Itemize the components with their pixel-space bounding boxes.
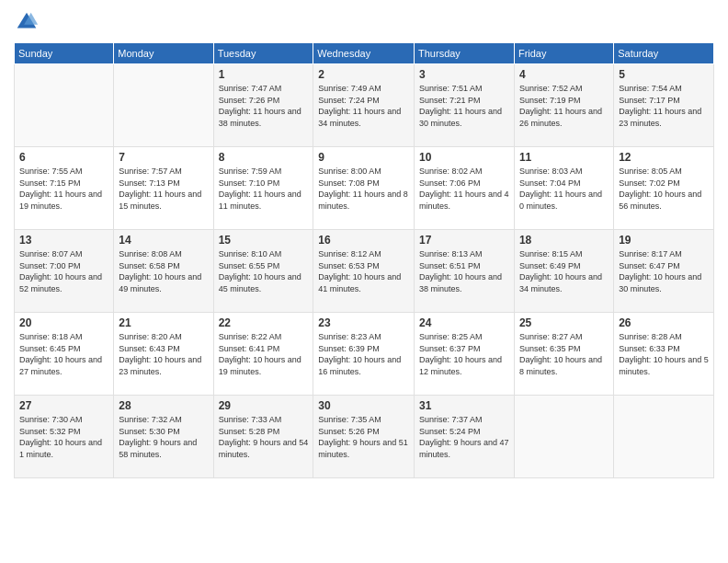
day-cell: 17Sunrise: 8:13 AMSunset: 6:51 PMDayligh… [415,230,515,313]
day-cell: 25Sunrise: 8:27 AMSunset: 6:35 PMDayligh… [514,313,613,396]
day-cell: 26Sunrise: 8:28 AMSunset: 6:33 PMDayligh… [614,313,714,396]
day-cell: 19Sunrise: 8:17 AMSunset: 6:47 PMDayligh… [614,230,714,313]
day-cell: 5Sunrise: 7:54 AMSunset: 7:17 PMDaylight… [614,64,714,147]
day-number: 29 [219,399,309,412]
header-saturday: Saturday [614,43,714,64]
day-cell: 1Sunrise: 7:47 AMSunset: 7:26 PMDaylight… [213,64,313,147]
day-number: 14 [119,234,208,247]
day-number: 18 [519,234,609,247]
day-cell: 20Sunrise: 8:18 AMSunset: 6:45 PMDayligh… [15,313,114,396]
day-cell: 16Sunrise: 8:12 AMSunset: 6:53 PMDayligh… [313,230,415,313]
header-monday: Monday [114,43,213,64]
day-cell: 31Sunrise: 7:37 AMSunset: 5:24 PMDayligh… [415,396,515,478]
day-number: 10 [419,151,509,164]
day-cell [614,396,714,478]
day-number: 4 [519,68,609,81]
day-info: Sunrise: 7:57 AMSunset: 7:13 PMDaylight:… [119,166,208,212]
day-number: 15 [219,234,309,247]
logo-icon [14,9,40,35]
day-info: Sunrise: 7:51 AMSunset: 7:21 PMDaylight:… [419,83,509,129]
day-cell: 11Sunrise: 8:03 AMSunset: 7:04 PMDayligh… [514,147,613,230]
day-cell: 28Sunrise: 7:32 AMSunset: 5:30 PMDayligh… [114,396,213,478]
day-cell: 23Sunrise: 8:23 AMSunset: 6:39 PMDayligh… [313,313,415,396]
day-info: Sunrise: 8:23 AMSunset: 6:39 PMDaylight:… [318,331,409,377]
day-number: 11 [519,151,609,164]
week-row-4: 27Sunrise: 7:30 AMSunset: 5:32 PMDayligh… [15,396,714,478]
day-info: Sunrise: 7:37 AMSunset: 5:24 PMDaylight:… [419,414,509,460]
day-info: Sunrise: 8:05 AMSunset: 7:02 PMDaylight:… [619,166,709,212]
day-cell [114,64,213,147]
day-cell: 4Sunrise: 7:52 AMSunset: 7:19 PMDaylight… [514,64,613,147]
day-cell: 2Sunrise: 7:49 AMSunset: 7:24 PMDaylight… [313,64,415,147]
week-row-3: 20Sunrise: 8:18 AMSunset: 6:45 PMDayligh… [15,313,714,396]
day-info: Sunrise: 7:52 AMSunset: 7:19 PMDaylight:… [519,83,609,129]
week-row-0: 1Sunrise: 7:47 AMSunset: 7:26 PMDaylight… [15,64,714,147]
day-cell [15,64,114,147]
day-number: 7 [119,151,208,164]
day-number: 31 [419,399,509,412]
day-info: Sunrise: 8:03 AMSunset: 7:04 PMDaylight:… [519,166,609,212]
day-number: 13 [19,234,108,247]
day-info: Sunrise: 7:55 AMSunset: 7:15 PMDaylight:… [19,166,108,212]
day-info: Sunrise: 8:10 AMSunset: 6:55 PMDaylight:… [219,248,309,294]
day-cell: 3Sunrise: 7:51 AMSunset: 7:21 PMDaylight… [415,64,515,147]
day-number: 26 [619,316,709,329]
day-number: 12 [619,151,709,164]
day-info: Sunrise: 7:32 AMSunset: 5:30 PMDaylight:… [119,414,208,460]
day-number: 9 [318,151,409,164]
day-info: Sunrise: 8:15 AMSunset: 6:49 PMDaylight:… [519,248,609,294]
day-info: Sunrise: 8:12 AMSunset: 6:53 PMDaylight:… [318,248,409,294]
header-row: SundayMondayTuesdayWednesdayThursdayFrid… [15,43,714,64]
day-cell: 29Sunrise: 7:33 AMSunset: 5:28 PMDayligh… [213,396,313,478]
day-cell [514,396,613,478]
day-info: Sunrise: 7:35 AMSunset: 5:26 PMDaylight:… [318,414,409,460]
day-info: Sunrise: 8:13 AMSunset: 6:51 PMDaylight:… [419,248,509,294]
day-cell: 9Sunrise: 8:00 AMSunset: 7:08 PMDaylight… [313,147,415,230]
header-sunday: Sunday [15,43,114,64]
calendar-table: SundayMondayTuesdayWednesdayThursdayFrid… [14,42,714,478]
calendar-body: 1Sunrise: 7:47 AMSunset: 7:26 PMDaylight… [15,64,714,478]
day-info: Sunrise: 8:28 AMSunset: 6:33 PMDaylight:… [619,331,709,377]
day-number: 20 [19,316,108,329]
day-info: Sunrise: 7:47 AMSunset: 7:26 PMDaylight:… [219,83,309,129]
header-wednesday: Wednesday [313,43,415,64]
day-info: Sunrise: 8:00 AMSunset: 7:08 PMDaylight:… [318,166,409,212]
day-info: Sunrise: 8:02 AMSunset: 7:06 PMDaylight:… [419,166,509,212]
day-number: 25 [519,316,609,329]
day-info: Sunrise: 7:33 AMSunset: 5:28 PMDaylight:… [219,414,309,460]
day-info: Sunrise: 7:49 AMSunset: 7:24 PMDaylight:… [318,83,409,129]
day-number: 6 [19,151,108,164]
day-number: 30 [318,399,409,412]
day-number: 2 [318,68,409,81]
day-info: Sunrise: 7:59 AMSunset: 7:10 PMDaylight:… [219,166,309,212]
day-info: Sunrise: 8:22 AMSunset: 6:41 PMDaylight:… [219,331,309,377]
day-number: 23 [318,316,409,329]
day-cell: 6Sunrise: 7:55 AMSunset: 7:15 PMDaylight… [15,147,114,230]
day-info: Sunrise: 8:07 AMSunset: 7:00 PMDaylight:… [19,248,108,294]
day-cell: 21Sunrise: 8:20 AMSunset: 6:43 PMDayligh… [114,313,213,396]
week-row-1: 6Sunrise: 7:55 AMSunset: 7:15 PMDaylight… [15,147,714,230]
header [14,9,714,35]
day-cell: 24Sunrise: 8:25 AMSunset: 6:37 PMDayligh… [415,313,515,396]
day-info: Sunrise: 8:18 AMSunset: 6:45 PMDaylight:… [19,331,108,377]
day-cell: 14Sunrise: 8:08 AMSunset: 6:58 PMDayligh… [114,230,213,313]
day-info: Sunrise: 8:25 AMSunset: 6:37 PMDaylight:… [419,331,509,377]
day-info: Sunrise: 8:27 AMSunset: 6:35 PMDaylight:… [519,331,609,377]
logo [14,9,43,35]
day-info: Sunrise: 7:54 AMSunset: 7:17 PMDaylight:… [619,83,709,129]
day-number: 27 [19,399,108,412]
day-cell: 13Sunrise: 8:07 AMSunset: 7:00 PMDayligh… [15,230,114,313]
day-number: 1 [219,68,309,81]
day-number: 19 [619,234,709,247]
day-cell: 8Sunrise: 7:59 AMSunset: 7:10 PMDaylight… [213,147,313,230]
header-tuesday: Tuesday [213,43,313,64]
day-info: Sunrise: 8:20 AMSunset: 6:43 PMDaylight:… [119,331,208,377]
day-cell: 30Sunrise: 7:35 AMSunset: 5:26 PMDayligh… [313,396,415,478]
calendar-header: SundayMondayTuesdayWednesdayThursdayFrid… [15,43,714,64]
day-number: 5 [619,68,709,81]
day-info: Sunrise: 7:30 AMSunset: 5:32 PMDaylight:… [19,414,108,460]
day-cell: 18Sunrise: 8:15 AMSunset: 6:49 PMDayligh… [514,230,613,313]
day-number: 28 [119,399,208,412]
day-number: 17 [419,234,509,247]
day-info: Sunrise: 8:17 AMSunset: 6:47 PMDaylight:… [619,248,709,294]
